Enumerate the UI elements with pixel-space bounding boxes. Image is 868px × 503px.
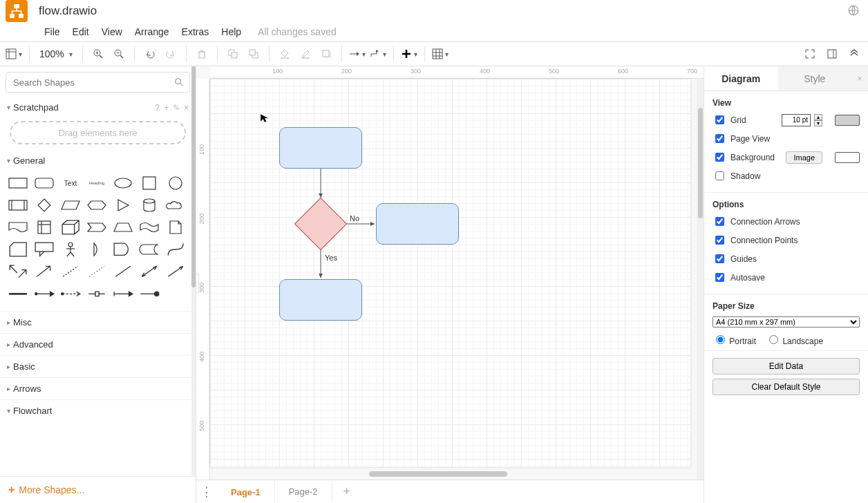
background-checkbox[interactable] xyxy=(715,153,724,162)
language-icon[interactable] xyxy=(847,4,860,19)
waypoint-style-button[interactable] xyxy=(368,44,388,64)
conn-arrows-checkbox[interactable] xyxy=(715,217,724,226)
shape-dashed-line[interactable] xyxy=(58,261,83,282)
shape-arrow[interactable] xyxy=(32,261,57,282)
shape-bi-arrow[interactable] xyxy=(6,261,30,282)
pageview-checkbox[interactable] xyxy=(715,134,724,143)
shape-document[interactable] xyxy=(6,217,30,238)
shape-connector-1[interactable] xyxy=(32,283,57,304)
scratchpad-close-icon[interactable]: × xyxy=(184,103,189,113)
shape-trapezoid[interactable] xyxy=(111,217,135,238)
shape-dotted-line[interactable] xyxy=(84,261,109,282)
scratchpad-edit-icon[interactable]: ✎ xyxy=(173,103,180,113)
canvas-scroll-horizontal[interactable] xyxy=(369,471,507,477)
shape-square[interactable] xyxy=(137,173,162,193)
shape-curve[interactable] xyxy=(163,239,188,260)
shape-process[interactable] xyxy=(6,195,30,216)
node-no-branch[interactable] xyxy=(376,203,459,245)
menu-file[interactable]: File xyxy=(44,26,60,37)
shape-ellipse[interactable] xyxy=(111,173,135,193)
canvas[interactable]: 100 200 300 400 500 600 700 100 200 300 … xyxy=(196,66,704,503)
papersize-select[interactable]: A4 (210 mm x 297 mm) xyxy=(713,316,860,328)
shape-diamond[interactable] xyxy=(32,195,57,216)
collapse-toolbar-button[interactable] xyxy=(845,44,864,64)
shape-and[interactable] xyxy=(111,239,135,260)
node-start[interactable] xyxy=(279,127,362,169)
shape-circle[interactable] xyxy=(163,173,188,193)
format-panel-button[interactable] xyxy=(822,44,842,64)
shape-or[interactable] xyxy=(84,239,109,260)
shape-connector-3[interactable] xyxy=(84,283,109,304)
section-arrows[interactable]: Arrows xyxy=(0,377,196,399)
view-toggle-button[interactable] xyxy=(4,44,23,64)
shape-card[interactable] xyxy=(6,239,30,260)
menu-help[interactable]: Help xyxy=(221,26,241,37)
section-flowchart[interactable]: Flowchart xyxy=(0,399,196,421)
guides-checkbox[interactable] xyxy=(715,254,724,263)
table-button[interactable] xyxy=(431,44,450,64)
background-color-swatch[interactable] xyxy=(835,152,860,163)
page-tab-2[interactable]: Page-2 xyxy=(275,481,332,502)
search-field[interactable] xyxy=(12,77,174,88)
tab-style[interactable]: Style xyxy=(778,66,852,91)
shape-note[interactable] xyxy=(163,217,188,238)
section-advanced[interactable]: Advanced xyxy=(0,333,196,355)
shape-text[interactable]: Text xyxy=(58,173,83,193)
edge-label-no[interactable]: No xyxy=(348,214,361,222)
landscape-radio[interactable] xyxy=(769,335,778,344)
conn-points-checkbox[interactable] xyxy=(715,236,724,245)
menu-arrange[interactable]: Arrange xyxy=(135,26,169,37)
grid-size-up[interactable]: ▲ xyxy=(814,114,822,120)
shape-connector-4[interactable] xyxy=(111,283,135,304)
shape-dir-line[interactable] xyxy=(163,261,188,282)
menu-view[interactable]: View xyxy=(102,26,122,37)
clear-style-button[interactable]: Clear Default Style xyxy=(713,379,860,395)
undo-button[interactable] xyxy=(140,44,160,64)
shape-step[interactable] xyxy=(84,217,109,238)
left-scroll-thumb[interactable] xyxy=(191,66,196,287)
shape-cylinder[interactable] xyxy=(137,195,162,216)
section-basic[interactable]: Basic xyxy=(0,355,196,377)
scratchpad-help-icon[interactable]: ? xyxy=(155,103,160,113)
shape-cube[interactable] xyxy=(58,217,83,238)
delete-button[interactable] xyxy=(192,44,211,64)
shape-hexagon[interactable] xyxy=(84,195,109,216)
scratchpad-add-icon[interactable]: + xyxy=(164,103,169,113)
edit-data-button[interactable]: Edit Data xyxy=(713,358,860,374)
fullscreen-button[interactable] xyxy=(800,44,820,64)
scratchpad-header[interactable]: Scratchpad ? + ✎ × xyxy=(0,98,196,117)
shadow-button[interactable] xyxy=(317,44,336,64)
insert-button[interactable] xyxy=(399,44,419,64)
page-paper[interactable]: No Yes xyxy=(210,79,690,467)
tab-diagram[interactable]: Diagram xyxy=(704,66,778,91)
shape-textbox[interactable]: Heading xyxy=(84,173,109,193)
shape-bi-dir-line[interactable] xyxy=(137,261,162,282)
grid-color-swatch[interactable] xyxy=(835,115,860,126)
shape-line[interactable] xyxy=(111,261,135,282)
to-front-button[interactable] xyxy=(223,44,243,64)
to-back-button[interactable] xyxy=(244,44,263,64)
canvas-scroll-vertical[interactable] xyxy=(698,108,703,218)
shape-data-storage[interactable] xyxy=(137,239,162,260)
node-decision[interactable] xyxy=(294,198,347,250)
redo-button[interactable] xyxy=(161,44,180,64)
menu-extras[interactable]: Extras xyxy=(182,26,209,37)
grid-size-input[interactable] xyxy=(782,114,811,126)
portrait-radio[interactable] xyxy=(716,335,725,344)
fill-color-button[interactable] xyxy=(275,44,294,64)
add-page-button[interactable]: + xyxy=(332,484,362,499)
shape-tape[interactable] xyxy=(137,217,162,238)
shadow-checkbox[interactable] xyxy=(715,171,724,180)
page-tab-1[interactable]: Page-1 xyxy=(217,480,275,503)
menu-edit[interactable]: Edit xyxy=(73,26,89,37)
shape-rounded-rect[interactable] xyxy=(32,173,57,193)
search-shapes-input[interactable] xyxy=(6,72,190,93)
line-color-button[interactable] xyxy=(296,44,315,64)
background-image-button[interactable]: Image xyxy=(786,151,822,164)
shape-actor[interactable] xyxy=(58,239,83,260)
grid-size-down[interactable]: ▼ xyxy=(814,120,822,126)
edge-label-yes[interactable]: Yes xyxy=(323,254,339,262)
section-misc[interactable]: Misc xyxy=(0,311,196,333)
shape-cloud[interactable] xyxy=(163,195,188,216)
filename[interactable]: flow.drawio xyxy=(39,4,97,18)
